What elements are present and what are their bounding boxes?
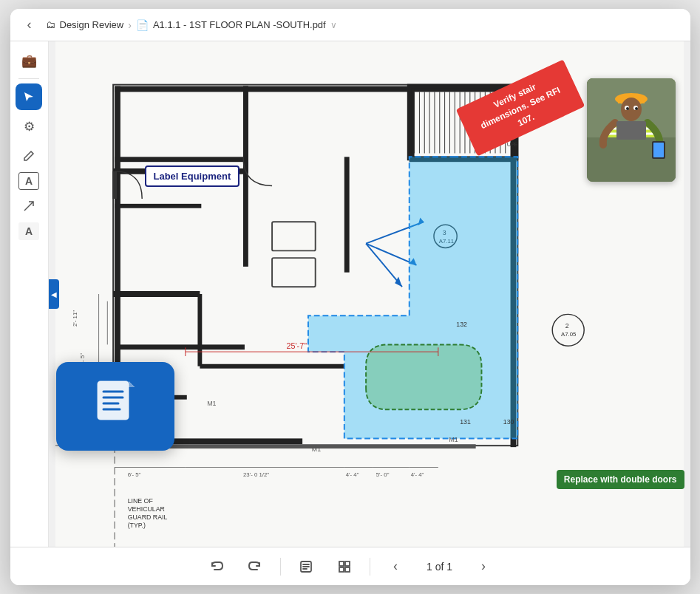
document-title: A1.1.1 - 1ST FLOOR PLAN -SOUTH.pdf (153, 19, 326, 30)
svg-rect-116 (339, 567, 344, 572)
worker-photo-inner (587, 78, 676, 182)
svg-line-0 (24, 202, 33, 211)
prev-page-button[interactable]: ‹ (382, 553, 409, 580)
canvas-area[interactable]: UP E 3 A7.11 (49, 41, 690, 547)
next-icon: › (481, 559, 486, 574)
app-container: ‹ 🗂 Design Review › 📄 A1.1.1 - 1ST FLOOR… (10, 9, 690, 585)
svg-text:2'- 11": 2'- 11" (72, 310, 78, 327)
sidebar-toolbar: 💼 ⚙ A A (10, 41, 49, 547)
header: ‹ 🗂 Design Review › 📄 A1.1.1 - 1ST FLOOR… (10, 9, 690, 41)
svg-text:2: 2 (565, 322, 568, 330)
svg-rect-114 (339, 561, 344, 566)
svg-rect-41 (115, 344, 245, 349)
svg-text:23'- 0 1/2": 23'- 0 1/2" (243, 471, 269, 478)
notes-button[interactable] (293, 553, 319, 580)
svg-text:A7.05: A7.05 (560, 331, 576, 338)
undo-button[interactable] (203, 553, 230, 580)
doc-icon-inner (92, 378, 139, 434)
bottom-divider-2 (370, 558, 370, 576)
breadcrumb: 🗂 Design Review › 📄 A1.1.1 - 1ST FLOOR P… (46, 19, 337, 31)
bottom-divider-1 (280, 558, 281, 576)
prev-icon: ‹ (393, 559, 398, 574)
layers-button[interactable] (331, 553, 358, 580)
doc-icon: 📄 (136, 19, 149, 31)
back-button[interactable]: ‹ (19, 15, 40, 35)
annotation-double-doors[interactable]: Replace with double doors (557, 470, 684, 489)
svg-rect-15 (243, 86, 248, 267)
svg-text:130: 130 (503, 418, 514, 426)
breadcrumb-sep: › (128, 19, 132, 31)
svg-point-94 (621, 98, 642, 121)
main-area: 💼 ⚙ A A (10, 41, 690, 547)
svg-text:4'- 4": 4'- 4" (410, 471, 424, 478)
worker-photo (587, 78, 676, 182)
toolbar-arrow[interactable] (16, 193, 42, 219)
toolbar-briefcase[interactable]: 💼 (16, 47, 42, 74)
toolbar-divider-1 (18, 78, 39, 79)
left-edge-indicator[interactable]: ◀ (49, 279, 59, 309)
svg-text:6'- 5": 6'- 5" (127, 471, 140, 478)
svg-point-98 (635, 107, 638, 110)
svg-text:131: 131 (460, 418, 471, 426)
next-page-button[interactable]: › (470, 553, 497, 580)
toolbar-text-box[interactable]: A (18, 172, 39, 190)
svg-rect-102 (653, 143, 664, 157)
pagination-info: 1 of 1 (421, 561, 458, 573)
bottom-toolbar: ‹ 1 of 1 › (10, 547, 690, 585)
svg-text:GUARD RAIL: GUARD RAIL (127, 513, 167, 521)
svg-rect-117 (345, 567, 350, 572)
svg-rect-12 (115, 204, 201, 208)
svg-rect-11 (115, 157, 245, 162)
toolbar-select[interactable] (16, 83, 42, 110)
doc-icon-overlay[interactable] (56, 362, 174, 451)
svg-text:25'-7": 25'-7" (286, 341, 307, 350)
svg-point-97 (626, 107, 629, 110)
svg-rect-104 (98, 381, 129, 420)
svg-text:5'- 0": 5'- 0" (376, 471, 389, 478)
svg-rect-14 (344, 157, 349, 272)
svg-text:VEHICULAR: VEHICULAR (127, 505, 164, 513)
svg-text:M1: M1 (449, 436, 458, 443)
svg-text:(TYP.): (TYP.) (127, 522, 145, 529)
redo-button[interactable] (242, 553, 268, 580)
breadcrumb-icon: 🗂 (46, 19, 55, 30)
svg-text:LINE OF: LINE OF (127, 497, 153, 505)
title-chevron[interactable]: ∨ (330, 20, 337, 30)
toolbar-settings[interactable]: ⚙ (16, 113, 42, 140)
svg-text:132: 132 (456, 321, 467, 328)
svg-rect-103 (616, 121, 646, 140)
svg-text:4'- 4": 4'- 4" (345, 471, 359, 478)
breadcrumb-design-review[interactable]: Design Review (60, 19, 124, 30)
annotation-label-equipment: Label Equipment (145, 165, 240, 187)
svg-text:E: E (514, 141, 517, 148)
svg-text:M1: M1 (311, 446, 320, 453)
left-edge-arrow-icon: ◀ (51, 290, 57, 298)
toolbar-pen[interactable] (16, 143, 42, 169)
svg-text:M1: M1 (207, 400, 216, 407)
svg-rect-115 (345, 561, 350, 566)
toolbar-text[interactable]: A (18, 222, 39, 240)
